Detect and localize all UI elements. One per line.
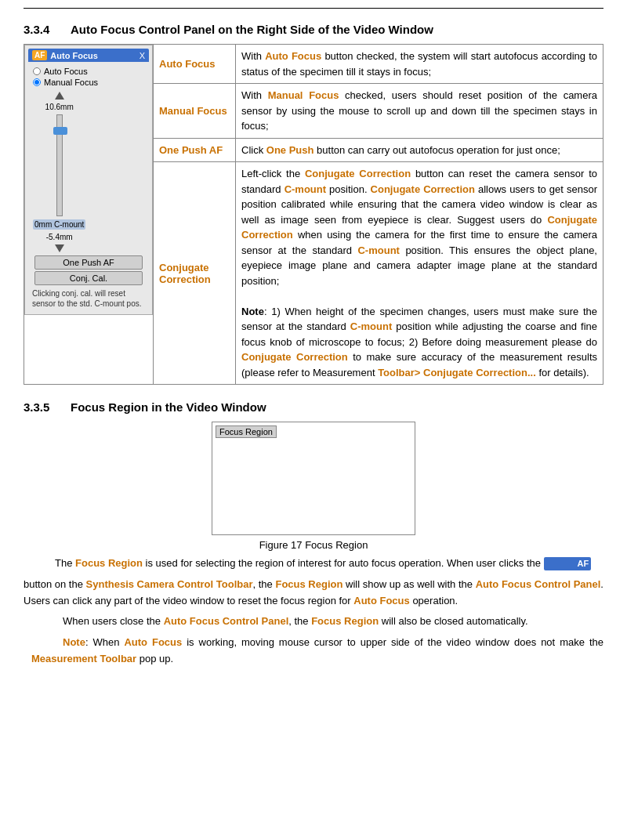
af-slider-track[interactable] xyxy=(56,114,63,216)
label-autofocus: Auto Focus xyxy=(154,45,236,84)
af-close-btn[interactable]: X xyxy=(140,51,145,60)
focus-region-link1: Focus Region xyxy=(75,557,143,569)
af-radio-autofocus[interactable] xyxy=(33,67,41,75)
af-inline-badge: AF xyxy=(544,557,592,571)
measurement-toolbar-link: Measurement Toolbar xyxy=(31,653,136,664)
focus-region-link2: Focus Region xyxy=(275,578,342,590)
desc-autofocus: With Auto Focus button checked, the syst… xyxy=(236,45,603,84)
section-334-title: Auto Focus Control Panel on the Right Si… xyxy=(71,23,433,36)
focus-region-box: Focus Region xyxy=(212,422,415,535)
autofocus-link3: Auto Focus xyxy=(124,636,182,648)
conjugate-note-label: Note xyxy=(241,306,264,317)
focus-region-link3: Focus Region xyxy=(311,615,379,627)
body-text-1: The Focus Region is used for selecting t… xyxy=(24,556,603,572)
af-radio-autofocus-row: Auto Focus xyxy=(33,67,144,76)
conjugate-highlight4: Conjugate Correction xyxy=(241,351,348,363)
label-conjugate-text: ConjugateCorrection xyxy=(159,262,211,285)
af-radio-autofocus-label: Auto Focus xyxy=(44,67,88,76)
note-label2: Note xyxy=(63,636,85,648)
af-control-panel-link1: Auto Focus Control Panel xyxy=(476,578,601,590)
synthesis-toolbar-link: Synthesis Camera Control Toolbar xyxy=(86,578,253,590)
body-text-1b: button on the Synthesis Camera Control T… xyxy=(24,577,603,610)
top-divider xyxy=(24,8,603,9)
label-manualfocus: Manual Focus xyxy=(154,84,236,139)
af-radio-manualfocus-row: Manual Focus xyxy=(33,78,144,87)
af-radio-manualfocus-label: Manual Focus xyxy=(44,78,98,87)
af-badge: AF xyxy=(32,50,47,60)
label-autofocus-text: Auto Focus xyxy=(159,58,216,70)
label-onepushaf: One Push AF xyxy=(154,138,236,162)
af-slider-section: 10.6mm 0mm C-mount -5.4mm xyxy=(28,90,149,254)
section-334-header: 3.3.4 Auto Focus Control Panel on the Ri… xyxy=(24,23,603,36)
af-panel-title: Auto Focus xyxy=(50,51,139,60)
conjugate-highlight3: Conjugate Correction xyxy=(241,214,597,241)
autofocus-link2: Auto Focus xyxy=(353,595,410,606)
conjugate-highlight2: Conjugate Correction xyxy=(371,183,475,195)
slider-top-value: 10.6mm xyxy=(45,103,74,111)
slider-bottom-value: -5.4mm xyxy=(46,233,73,241)
af-control-panel-link2: Auto Focus Control Panel xyxy=(164,615,289,627)
cmount-highlight1: C-mount xyxy=(285,183,326,195)
body-text-2: When users close the Auto Focus Control … xyxy=(24,614,603,630)
body-text-note: Note: When Auto Focus is working, moving… xyxy=(24,635,603,668)
label-conjugate: ConjugateCorrection xyxy=(154,162,236,385)
label-onepushaf-text: One Push AF xyxy=(159,144,223,156)
toolbar-conjugate-link: Toolbar> Conjugate Correction... xyxy=(378,367,536,378)
section-335-header: 3.3.5 Focus Region in the Video Window xyxy=(24,400,603,414)
af-panel-cell: AF Auto Focus X Auto Focus Manual Focus xyxy=(24,45,154,385)
desc-onepushaf: Click One Push button can carry out auto… xyxy=(236,138,603,162)
manualfocus-highlight: Manual Focus xyxy=(268,89,339,101)
figure-caption: Figure 17 Focus Region xyxy=(259,539,368,551)
slider-arrow-up xyxy=(55,92,64,100)
onepush-highlight: One Push xyxy=(266,144,314,156)
af-panel: AF Auto Focus X Auto Focus Manual Focus xyxy=(24,45,153,315)
section-335-number: 3.3.5 xyxy=(24,400,71,414)
cmount-highlight3: C-mount xyxy=(350,320,392,332)
cmount-highlight2: C-mount xyxy=(357,244,399,256)
slider-thumb xyxy=(53,127,67,135)
af-note: Clicking conj. cal. will reset sensor to… xyxy=(28,287,149,311)
focus-region-figure: Focus Region Figure 17 Focus Region xyxy=(24,422,603,551)
slider-arrow-down xyxy=(55,244,64,252)
section-335-title: Focus Region in the Video Window xyxy=(71,400,266,414)
af-control-table: AF Auto Focus X Auto Focus Manual Focus xyxy=(24,44,603,385)
af-panel-header: AF Auto Focus X xyxy=(28,49,149,62)
conj-cal-button[interactable]: Conj. Cal. xyxy=(34,271,143,285)
one-push-af-button[interactable]: One Push AF xyxy=(34,255,143,270)
autofocus-highlight: Auto Focus xyxy=(265,50,321,62)
section-334-number: 3.3.4 xyxy=(24,23,71,36)
table-row-autofocus: AF Auto Focus X Auto Focus Manual Focus xyxy=(24,45,603,84)
cmount-label: 0mm C-mount xyxy=(33,219,85,230)
desc-manualfocus: With Manual Focus checked, users should … xyxy=(236,84,603,139)
af-radio-manualfocus[interactable] xyxy=(33,78,41,86)
label-manualfocus-text: Manual Focus xyxy=(159,105,227,117)
af-radio-group: Auto Focus Manual Focus xyxy=(28,65,149,90)
focus-region-box-label: Focus Region xyxy=(216,425,277,438)
af-slider-col: 10.6mm 0mm C-mount -5.4mm xyxy=(28,90,90,254)
desc-conjugate: Left-click the Conjugate Correction butt… xyxy=(236,162,603,385)
conjugate-highlight1: Conjugate Correction xyxy=(305,168,411,179)
